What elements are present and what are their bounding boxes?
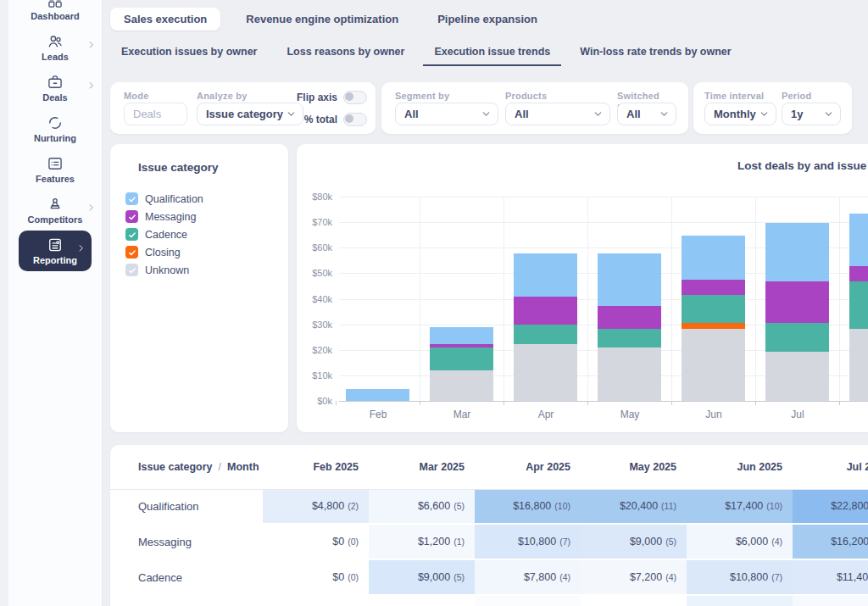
bar-segment-cadence-Jun[interactable] (682, 295, 745, 323)
flip-axis-toggle[interactable] (343, 91, 367, 104)
table-cell[interactable]: $16,800(10) (475, 489, 581, 523)
toggle-knob (345, 92, 353, 101)
table-cell[interactable]: $6,000(4) (687, 525, 793, 559)
sidebar-item-dashboard[interactable]: Dashboard (8, 0, 102, 27)
bar-segment-unknown-Mar[interactable] (430, 370, 493, 401)
row-label: Qualification (110, 489, 263, 523)
bar-segment-unknown-Jul[interactable] (765, 352, 829, 401)
column-header-apr-2025[interactable]: Apr 2025 (475, 445, 581, 489)
legend-checkbox-cadence[interactable] (125, 228, 138, 241)
bar-segment-unknown-Jun[interactable] (682, 329, 745, 401)
table-cell[interactable]: $6,600(5) (369, 489, 475, 523)
table-cell[interactable]: $10,800(7) (687, 560, 793, 594)
bar-segment-cadence-Jul[interactable] (765, 323, 829, 352)
legend-checkbox-messaging[interactable] (125, 210, 138, 223)
mode-input[interactable]: Deals (124, 103, 187, 125)
column-header-jun-2025[interactable]: Jun 2025 (687, 445, 793, 489)
table-cell[interactable] (369, 596, 475, 606)
column-header-mar-2025[interactable]: Mar 2025 (369, 445, 475, 489)
table-cell[interactable]: $7,800(4) (475, 560, 581, 594)
tab-revenue-engine-optimization[interactable]: Revenue engine optimization (232, 8, 412, 31)
table-cell[interactable] (581, 596, 687, 606)
bar-segment-closing-Jun[interactable] (682, 323, 745, 329)
analyze-by-select[interactable]: Issue category (197, 103, 303, 125)
tab-pipeline-expansion[interactable]: Pipeline expansion (424, 8, 551, 31)
table-cell[interactable]: $22,800(12) (793, 489, 868, 523)
bar-segment-messaging-Jun[interactable] (682, 280, 745, 295)
table-cell[interactable]: $0(0) (263, 525, 369, 559)
legend-checkbox-closing[interactable] (125, 246, 138, 259)
tab-execution-issues-by-owner[interactable]: Execution issues by owner (110, 41, 268, 66)
table-cell[interactable] (475, 596, 581, 606)
bar-segment-qualification-Jul[interactable] (765, 223, 829, 281)
legend-checkbox-unknown[interactable] (125, 264, 138, 276)
table-cell[interactable]: $20,400(11) (581, 489, 687, 523)
bar-segment-unknown-May[interactable] (598, 347, 661, 401)
sidebar-item-features[interactable]: Features (8, 149, 102, 190)
legend-card: Issue category QualificationMessagingCad… (110, 144, 288, 432)
bar-segment-cadence-next[interactable] (849, 281, 868, 329)
products-select[interactable]: All (505, 103, 610, 125)
period-select[interactable]: 1y (782, 103, 841, 125)
column-header-jul-2025[interactable]: Jul 2025 (793, 445, 868, 489)
sidebar-item-nurturing[interactable]: Nurturing (8, 108, 102, 149)
legend-checkbox-qualification[interactable] (125, 192, 138, 205)
sidebar-item-competitors[interactable]: Competitors (8, 190, 102, 231)
table-cell[interactable]: $7,200(4) (581, 560, 687, 594)
table-cell[interactable]: $1,200(1) (369, 525, 475, 559)
bar-segment-messaging-May[interactable] (598, 306, 661, 329)
reporting-dashboard: DashboardLeadsDealsNurturingFeaturesComp… (0, 0, 868, 606)
bar-segment-messaging-Mar[interactable] (430, 344, 493, 347)
legend-item-unknown[interactable]: Unknown (125, 261, 280, 279)
table-cell[interactable]: $0(0) (263, 560, 369, 594)
legend-item-closing[interactable]: Closing (125, 243, 280, 261)
sidebar-item-leads[interactable]: Leads (8, 27, 102, 68)
pct-total-toggle[interactable] (343, 113, 367, 126)
table-cell[interactable] (687, 596, 793, 606)
bar-segment-messaging-Jul[interactable] (765, 281, 829, 323)
bar-segment-messaging-next[interactable] (849, 266, 868, 281)
bar-segment-qualification-next[interactable] (849, 214, 868, 266)
tab-win-loss-rate-trends-by-owner[interactable]: Win-loss rate trends by owner (569, 41, 742, 66)
segment-by-select[interactable]: All (395, 103, 498, 125)
cell-count: (10) (554, 501, 570, 511)
sidebar-item-reporting[interactable]: Reporting (19, 231, 92, 271)
cell-value: $7,800 (524, 571, 556, 583)
bar-segment-cadence-May[interactable] (598, 329, 661, 347)
legend-item-messaging[interactable]: Messaging (125, 208, 280, 225)
tab-sales-execution[interactable]: Sales execution (110, 8, 220, 31)
column-header-feb-2025[interactable]: Feb 2025 (263, 445, 369, 489)
table-cell[interactable]: $4,800(2) (263, 489, 369, 523)
table-cell[interactable]: $16,200(10) (793, 525, 868, 559)
table-cell[interactable]: $9,000(5) (369, 560, 475, 594)
bar-segment-messaging-Apr[interactable] (514, 297, 577, 325)
cell-value: $10,800 (518, 536, 556, 548)
legend-item-qualification[interactable]: Qualification (125, 190, 280, 208)
legend-item-cadence[interactable]: Cadence (125, 225, 280, 243)
table-cell[interactable]: $11,400(7) (793, 560, 868, 594)
tab-execution-issue-trends[interactable]: Execution issue trends (423, 41, 561, 66)
column-header-may-2025[interactable]: May 2025 (581, 445, 687, 489)
time-interval-select[interactable]: Monthly (704, 103, 776, 125)
chevron-down-icon (286, 108, 297, 120)
sidebar-item-deals[interactable]: Deals (8, 68, 102, 108)
header-separator: / (213, 461, 227, 473)
bar-segment-qualification-Apr[interactable] (514, 253, 577, 297)
bar-segment-cadence-Mar[interactable] (430, 347, 493, 370)
x-axis-label: Apr (514, 409, 578, 420)
table-cell[interactable] (793, 596, 868, 606)
tab-loss-reasons-by-owner[interactable]: Loss reasons by owner (275, 41, 415, 66)
bar-segment-qualification-Mar[interactable] (430, 327, 493, 344)
table-cell[interactable]: $10,800(7) (475, 525, 581, 559)
gridline (587, 197, 588, 401)
bar-segment-qualification-May[interactable] (598, 253, 661, 305)
bar-segment-unknown-Apr[interactable] (514, 344, 577, 401)
switched-solution-select[interactable]: All (617, 103, 676, 125)
bar-segment-unknown-next[interactable] (849, 329, 868, 401)
bar-segment-qualification-Feb[interactable] (346, 389, 409, 401)
table-cell[interactable] (263, 596, 369, 606)
bar-segment-qualification-Jun[interactable] (682, 236, 745, 280)
table-cell[interactable]: $17,400(10) (687, 489, 793, 523)
bar-segment-cadence-Apr[interactable] (514, 325, 577, 344)
table-cell[interactable]: $9,000(5) (581, 525, 687, 559)
